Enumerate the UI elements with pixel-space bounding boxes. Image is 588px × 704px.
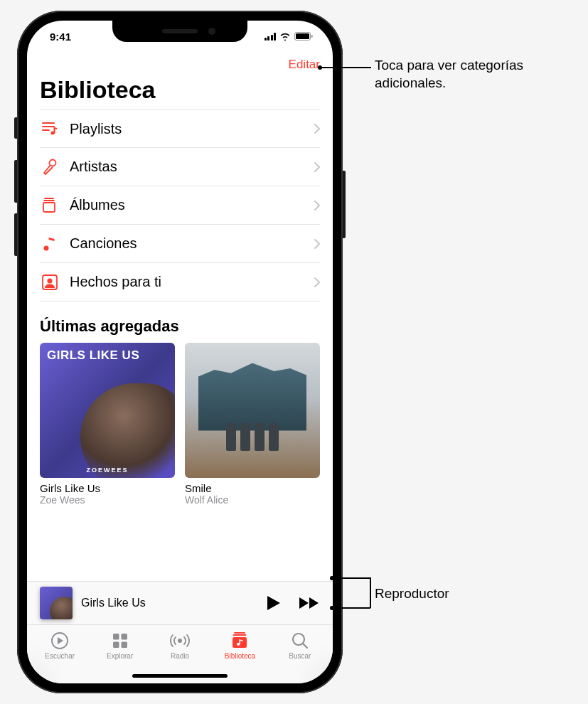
tab-search[interactable]: Buscar (270, 628, 330, 683)
album-stack-icon (40, 196, 60, 215)
svg-rect-13 (121, 642, 127, 649)
recently-added-row: GIRLS LIKE US ZOEWEES Girls Like Us Zoe … (27, 343, 333, 506)
radio-icon (169, 631, 191, 651)
svg-rect-12 (113, 642, 119, 649)
chevron-right-icon (314, 162, 320, 172)
battery-icon (294, 32, 313, 41)
album-artist: Zoe Wees (40, 494, 175, 506)
callout-line (370, 577, 371, 608)
now-playing-title: Girls Like Us (81, 597, 257, 609)
wifi-icon (279, 32, 291, 41)
callout-edit: Toca para ver categorías adicionales. (375, 57, 588, 92)
callout-line (320, 67, 371, 68)
album-title: Girls Like Us (40, 482, 175, 494)
tab-label: Radio (171, 652, 189, 660)
volume-up-button (14, 160, 17, 203)
silence-switch (14, 117, 17, 139)
svg-point-14 (178, 639, 182, 643)
status-time: 9:41 (50, 31, 71, 43)
category-label: Canciones (70, 235, 304, 252)
chevron-right-icon (314, 124, 320, 134)
category-playlists[interactable]: Playlists (40, 110, 320, 148)
side-button (343, 171, 346, 238)
chevron-right-icon (314, 201, 320, 210)
callout-line (332, 577, 370, 579)
screen: 9:41 Editar Biblioteca (27, 21, 333, 683)
page-title: Biblioteca (27, 76, 333, 110)
search-icon (291, 631, 309, 651)
chevron-right-icon (314, 277, 320, 287)
now-playing-artwork (40, 587, 73, 619)
edit-button[interactable]: Editar (289, 58, 320, 72)
category-label: Artistas (70, 159, 304, 175)
volume-down-button (14, 213, 17, 256)
tab-listen[interactable]: Escuchar (30, 628, 90, 683)
category-songs[interactable]: Canciones (40, 225, 320, 263)
category-list: Playlists Artistas (27, 110, 333, 302)
now-playing-bar[interactable]: Girls Like Us (27, 581, 333, 625)
album-item[interactable]: Smile Wolf Alice (185, 343, 320, 506)
nav-bar: Editar (27, 52, 333, 76)
svg-point-6 (44, 245, 49, 250)
tab-label: Escuchar (45, 652, 75, 660)
svg-point-8 (48, 278, 53, 283)
section-header: Últimas agregadas (27, 302, 333, 343)
callout-player: Reproductor (375, 585, 449, 603)
play-button[interactable] (266, 594, 282, 612)
callout-line (332, 607, 370, 609)
playlists-icon (40, 119, 60, 139)
category-label: Álbumes (70, 197, 304, 213)
svg-rect-10 (113, 634, 119, 640)
next-track-button[interactable] (299, 596, 320, 610)
album-title: Smile (185, 482, 320, 494)
svg-rect-2 (311, 35, 313, 38)
category-label: Hechos para ti (70, 274, 304, 290)
tab-label: Explorar (107, 652, 133, 660)
grid-icon (111, 631, 129, 651)
cellular-signal-icon (264, 33, 277, 41)
tab-label: Buscar (289, 652, 311, 660)
play-circle-icon (50, 631, 69, 651)
album-artwork (185, 343, 320, 478)
chevron-right-icon (314, 239, 320, 249)
microphone-icon (40, 157, 60, 177)
album-item[interactable]: GIRLS LIKE US ZOEWEES Girls Like Us Zoe … (40, 343, 175, 506)
category-artists[interactable]: Artistas (40, 148, 320, 186)
music-note-icon (40, 234, 60, 254)
album-artwork: GIRLS LIKE US ZOEWEES (40, 343, 175, 478)
album-artist: Wolf Alice (185, 494, 320, 506)
category-made-for-you[interactable]: Hechos para ti (40, 263, 320, 302)
category-label: Playlists (70, 121, 304, 137)
home-indicator[interactable] (132, 674, 228, 678)
svg-rect-1 (296, 33, 309, 39)
svg-rect-11 (121, 634, 127, 640)
person-square-icon (40, 272, 60, 292)
category-albums[interactable]: Álbumes (40, 186, 320, 225)
phone-frame: 9:41 Editar Biblioteca (17, 11, 343, 693)
tab-label: Biblioteca (225, 652, 255, 660)
library-icon (230, 631, 249, 651)
svg-rect-5 (43, 203, 55, 212)
notch (112, 21, 247, 42)
